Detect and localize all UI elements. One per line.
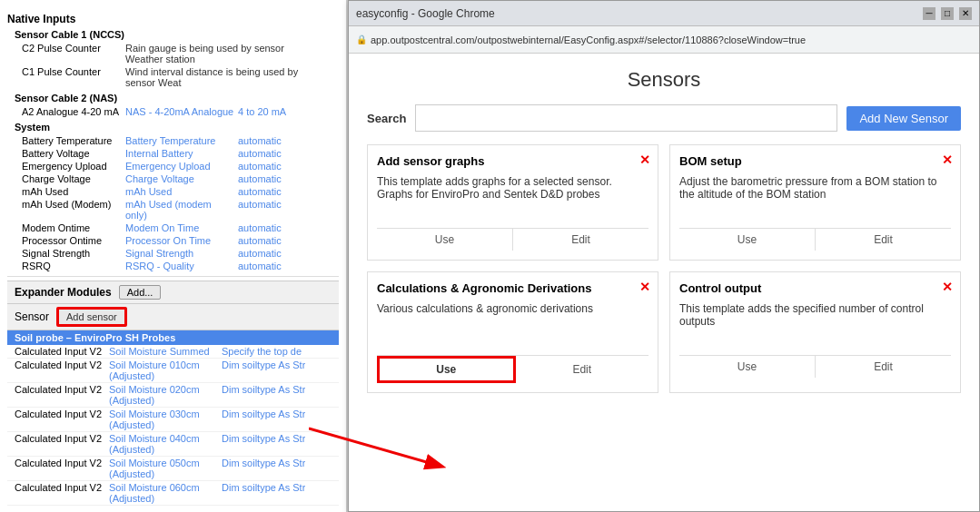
template-card-control-output: ✕ Control output This template adds the … — [669, 271, 961, 393]
sensors-bar: Sensor Add sensor — [7, 304, 339, 330]
template-actions-bom-setup: Use Edit — [679, 228, 951, 251]
address-text[interactable]: app.outpostcentral.com/outpostwebinterna… — [371, 34, 806, 45]
sensor-row: Battery VoltageInternal Batteryautomatic — [7, 147, 339, 160]
search-bar: Search Add New Sensor — [367, 104, 961, 132]
use-button-calculations[interactable]: Use — [377, 356, 516, 383]
list-item: Calculated Input V2Soil Moisture 050cm (… — [7, 457, 339, 481]
template-card-bom-setup: ✕ BOM setup Adjust the barometric pressu… — [669, 144, 961, 261]
sensor-row: RSRQRSRQ - Qualityautomatic — [7, 260, 339, 272]
template-title-bom-setup: BOM setup — [679, 154, 951, 168]
sensor-row: C1 Pulse Counter Wind interval distance … — [7, 65, 339, 89]
native-inputs-title: Native Inputs — [7, 13, 339, 25]
chrome-content: Sensors Search Add New Sensor ✕ Add sens… — [349, 54, 979, 511]
chrome-window: easyconfig - Google Chrome ─ □ ✕ 🔒 app.o… — [348, 0, 980, 512]
sensor-row: A2 Analogue 4-20 mA NAS - 4-20mA Analogu… — [7, 105, 339, 118]
add-sensor-button[interactable]: Add sensor — [56, 307, 127, 327]
template-title-calculations: Calculations & Agronomic Derivations — [377, 281, 648, 295]
close-template-add-sensor-graphs[interactable]: ✕ — [639, 153, 650, 167]
add-new-sensor-button[interactable]: Add New Sensor — [846, 106, 961, 131]
search-label: Search — [367, 112, 406, 125]
close-template-control-output[interactable]: ✕ — [942, 280, 953, 294]
use-button-control-output[interactable]: Use — [679, 356, 816, 378]
sensor-row: Processor OntimeProcessor On Timeautomat… — [7, 234, 339, 247]
template-title-control-output: Control output — [679, 281, 951, 295]
template-card-add-sensor-graphs: ✕ Add sensor graphs This template adds g… — [367, 144, 658, 261]
soil-probe-header: Soil probe – EnviroPro SH Probes — [7, 330, 339, 345]
chrome-title: easyconfig - Google Chrome — [356, 7, 916, 20]
template-desc-bom-setup: Adjust the barometric pressure from a BO… — [679, 175, 951, 219]
sensor-row: mAh UsedmAh Usedautomatic — [7, 185, 339, 198]
close-button[interactable]: ✕ — [959, 7, 972, 20]
edit-button-bom-setup[interactable]: Edit — [816, 229, 951, 251]
template-desc-add-sensor-graphs: This template adds graphs for a selected… — [377, 175, 648, 219]
page-title: Sensors — [367, 68, 961, 92]
add-expander-button[interactable]: Add... — [119, 285, 162, 300]
template-actions-control-output: Use Edit — [679, 355, 951, 378]
edit-button-add-sensor-graphs[interactable]: Edit — [513, 229, 648, 251]
lock-icon: 🔒 — [356, 34, 367, 44]
template-title-add-sensor-graphs: Add sensor graphs — [377, 154, 648, 168]
expander-modules-label: Expander Modules — [15, 286, 112, 299]
chrome-addressbar: 🔒 app.outpostcentral.com/outpostwebinter… — [349, 26, 979, 54]
close-template-bom-setup[interactable]: ✕ — [942, 153, 953, 167]
template-actions-calculations: Use Edit — [377, 355, 648, 383]
use-button-bom-setup[interactable]: Use — [679, 229, 816, 251]
expander-modules-bar: Expander Modules Add... — [7, 281, 339, 304]
templates-grid: ✕ Add sensor graphs This template adds g… — [367, 144, 961, 393]
sensor-cable-2-title: Sensor Cable 2 (NAS) — [15, 93, 339, 103]
list-item: Calculated Input V2Soil Moisture 010cm (… — [7, 359, 339, 383]
edit-button-calculations[interactable]: Edit — [516, 356, 649, 383]
template-card-calculations: ✕ Calculations & Agronomic Derivations V… — [367, 271, 658, 393]
list-item: Calculated Input V2Soil Moisture 020cm (… — [7, 383, 339, 408]
sensor-cable-1-title: Sensor Cable 1 (NCCS) — [15, 29, 339, 40]
list-item: Calculated Input V2Soil Moisture SummedS… — [7, 345, 339, 359]
system-title: System — [15, 122, 339, 133]
use-button-add-sensor-graphs[interactable]: Use — [377, 229, 513, 251]
template-actions-add-sensor-graphs: Use Edit — [377, 228, 648, 251]
search-input[interactable] — [415, 104, 837, 132]
sensor-row: C2 Pulse Counter Rain gauge is being use… — [7, 42, 339, 65]
template-desc-control-output: This template adds the specified number … — [679, 302, 951, 346]
close-template-calculations[interactable]: ✕ — [639, 280, 650, 294]
sensor-row: mAh Used (Modem)mAh Used (modem only)aut… — [7, 198, 339, 222]
chrome-controls: ─ □ ✕ — [923, 7, 972, 20]
list-item: Calculated Input V2Soil Moisture 060cm (… — [7, 481, 339, 506]
maximize-button[interactable]: □ — [941, 7, 954, 20]
edit-button-control-output[interactable]: Edit — [816, 356, 951, 378]
sensor-row: Modem OntimeModem On Timeautomatic — [7, 222, 339, 234]
sensor-row: Emergency UploadEmergency Uploadautomati… — [7, 160, 339, 172]
minimize-button[interactable]: ─ — [923, 7, 935, 20]
left-panel: Native Inputs Sensor Cable 1 (NCCS) C2 P… — [0, 0, 347, 512]
chrome-titlebar: easyconfig - Google Chrome ─ □ ✕ — [349, 1, 979, 26]
list-item: Calculated Input V2Soil Moisture 030cm (… — [7, 408, 339, 432]
list-item: Calculated Input V2Soil Moisture 040cm (… — [7, 432, 339, 457]
sensor-row: Charge VoltageCharge Voltageautomatic — [7, 172, 339, 185]
sensor-row: Signal StrengthSignal Strengthautomatic — [7, 247, 339, 260]
template-desc-calculations: Various calculations & agronomic derivat… — [377, 302, 648, 346]
sensors-label: Sensor — [15, 310, 49, 323]
sensor-row: Battery TemperatureBattery Temperatureau… — [7, 134, 339, 147]
